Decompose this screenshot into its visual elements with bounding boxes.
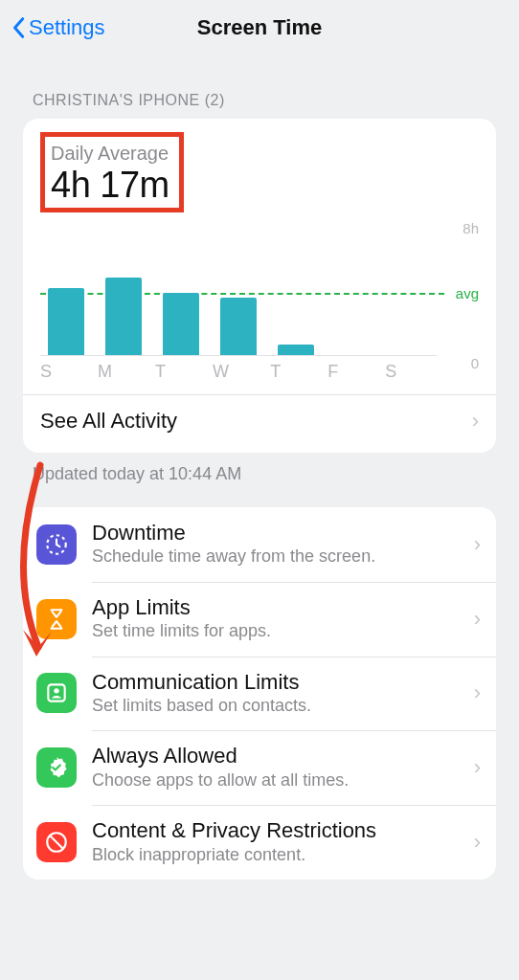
settings-row-no-entry[interactable]: Content & Privacy RestrictionsBlock inap… xyxy=(23,805,496,880)
daily-average-highlight: Daily Average 4h 17m xyxy=(40,132,184,212)
chart-bar xyxy=(48,288,84,355)
chart-day-col: T xyxy=(270,232,322,355)
see-all-label: See All Activity xyxy=(40,409,177,434)
chart-day-col: M xyxy=(98,232,149,355)
daily-average-value: 4h 17m xyxy=(51,165,169,206)
chevron-left-icon xyxy=(11,16,25,39)
row-text: App LimitsSet time limits for apps. xyxy=(92,595,459,643)
row-text: DowntimeSchedule time away from the scre… xyxy=(92,521,459,568)
chart-bar xyxy=(220,298,257,355)
chart-day-label: F xyxy=(327,362,338,382)
svg-line-4 xyxy=(51,836,63,849)
row-subtitle: Schedule time away from the screen. xyxy=(92,546,459,568)
chevron-right-icon: › xyxy=(474,532,481,557)
chart-day-col: F xyxy=(327,232,379,355)
chevron-right-icon: › xyxy=(474,607,481,632)
no-entry-icon xyxy=(36,822,77,862)
contact-icon xyxy=(36,673,77,713)
row-text: Content & Privacy RestrictionsBlock inap… xyxy=(92,818,459,866)
daily-average-label: Daily Average xyxy=(51,143,169,165)
chart-day-label: T xyxy=(155,362,166,382)
chart-bar xyxy=(105,278,142,355)
row-subtitle: Block inappropriate content. xyxy=(92,844,459,866)
row-title: Content & Privacy Restrictions xyxy=(92,818,459,843)
chart-day-label: S xyxy=(40,362,52,382)
settings-list: DowntimeSchedule time away from the scre… xyxy=(23,507,496,880)
section-header: CHRISTINA'S IPHONE (2) xyxy=(0,56,519,119)
settings-row-contact[interactable]: Communication LimitsSet limits based on … xyxy=(23,657,496,731)
chevron-right-icon: › xyxy=(472,409,479,434)
row-subtitle: Set time limits for apps. xyxy=(92,620,459,642)
settings-row-hourglass[interactable]: App LimitsSet time limits for apps.› xyxy=(23,582,496,657)
row-subtitle: Choose apps to allow at all times. xyxy=(92,769,459,791)
settings-row-downtime[interactable]: DowntimeSchedule time away from the scre… xyxy=(23,507,496,582)
row-title: Downtime xyxy=(92,521,459,546)
settings-row-check-badge[interactable]: Always AllowedChoose apps to allow at al… xyxy=(23,730,496,805)
hourglass-icon xyxy=(36,599,77,639)
svg-point-2 xyxy=(54,689,58,694)
back-label: Settings xyxy=(29,15,105,40)
chart-bar xyxy=(163,293,199,355)
see-all-activity[interactable]: See All Activity › xyxy=(40,395,479,443)
chart-day-label: S xyxy=(385,362,396,382)
usage-chart: 8h 0 avg SMTWTFS xyxy=(40,228,479,381)
row-title: App Limits xyxy=(92,595,459,620)
chart-day-col: S xyxy=(385,232,437,355)
row-title: Always Allowed xyxy=(92,744,459,768)
chart-bar xyxy=(278,345,314,355)
chevron-right-icon: › xyxy=(474,830,481,855)
chevron-right-icon: › xyxy=(474,755,481,780)
y-tick-bottom: 0 xyxy=(471,355,479,371)
navbar: Settings Screen Time xyxy=(0,0,519,56)
back-button[interactable]: Settings xyxy=(11,15,105,40)
chart-day-label: M xyxy=(98,362,112,382)
y-tick-top: 8h xyxy=(463,220,479,236)
chart-day-col: T xyxy=(155,232,207,355)
downtime-icon xyxy=(36,524,77,565)
chart-day-label: W xyxy=(213,362,229,382)
chart-day-col: S xyxy=(40,232,92,355)
chart-day-label: T xyxy=(270,362,281,382)
updated-text: Updated today at 10:44 AM xyxy=(0,453,519,484)
usage-card: Daily Average 4h 17m 8h 0 avg SMTWTFS Se… xyxy=(23,119,496,453)
row-text: Always AllowedChoose apps to allow at al… xyxy=(92,744,459,791)
chart-day-col: W xyxy=(213,232,264,355)
row-subtitle: Set limits based on contacts. xyxy=(92,695,459,717)
chevron-right-icon: › xyxy=(474,680,481,705)
avg-label: avg xyxy=(456,285,479,301)
check-badge-icon xyxy=(36,747,77,788)
row-text: Communication LimitsSet limits based on … xyxy=(92,670,459,718)
row-title: Communication Limits xyxy=(92,670,459,695)
